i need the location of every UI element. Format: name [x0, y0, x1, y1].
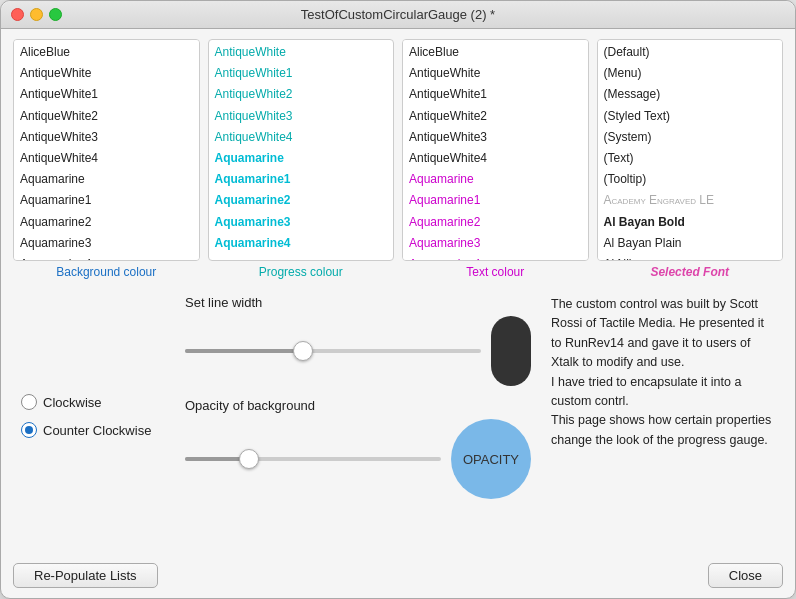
- list-item[interactable]: (Tooltip): [598, 169, 783, 190]
- list-item[interactable]: AntiqueWhite1: [403, 84, 588, 105]
- maximize-button[interactable]: [49, 8, 62, 21]
- minimize-button[interactable]: [30, 8, 43, 21]
- list-item[interactable]: AntiqueWhite3: [403, 127, 588, 148]
- content-area: AliceBlue AntiqueWhite AntiqueWhite1 Ant…: [1, 29, 795, 555]
- line-width-visual: [491, 316, 531, 386]
- line-width-slider-row: [185, 316, 531, 386]
- progress-color-label: Progress colour: [208, 263, 395, 279]
- list-item[interactable]: AntiqueWhite1: [209, 63, 394, 84]
- close-button-footer[interactable]: Close: [708, 563, 783, 588]
- list-item[interactable]: AliceBlue: [14, 42, 199, 63]
- titlebar: TestOfCustomCircularGauge (2) *: [1, 1, 795, 29]
- main-window: TestOfCustomCircularGauge (2) * AliceBlu…: [0, 0, 796, 599]
- background-list-container: AliceBlue AntiqueWhite AntiqueWhite1 Ant…: [13, 39, 200, 279]
- list-item[interactable]: Aquamarine3: [209, 212, 394, 233]
- list-item[interactable]: AntiqueWhite3: [209, 106, 394, 127]
- info-text: The custom control was built by Scott Ro…: [543, 287, 783, 545]
- progress-color-list[interactable]: AntiqueWhite AntiqueWhite1 AntiqueWhite2…: [208, 39, 395, 261]
- list-item[interactable]: (Text): [598, 148, 783, 169]
- list-item[interactable]: Al Bayan Bold: [598, 212, 783, 233]
- list-item[interactable]: AntiqueWhite2: [403, 106, 588, 127]
- font-list-container: (Default) (Menu) (Message) (Styled Text)…: [597, 39, 784, 279]
- bottom-row: Clockwise Counter Clockwise Set line wid…: [13, 287, 783, 545]
- counter-clockwise-label: Counter Clockwise: [43, 423, 151, 438]
- list-item[interactable]: (Default): [598, 42, 783, 63]
- list-item[interactable]: AntiqueWhite1: [14, 84, 199, 105]
- list-item[interactable]: (Menu): [598, 63, 783, 84]
- clockwise-label: Clockwise: [43, 395, 102, 410]
- opacity-label: Opacity of background: [185, 398, 531, 413]
- counter-clockwise-radio[interactable]: Counter Clockwise: [21, 422, 173, 438]
- clockwise-radio-circle[interactable]: [21, 394, 37, 410]
- window-title: TestOfCustomCircularGauge (2) *: [301, 7, 495, 22]
- text-color-label: Text colour: [402, 263, 589, 279]
- list-item[interactable]: AliceBlue: [403, 42, 588, 63]
- list-item[interactable]: AntiqueWhite4: [209, 127, 394, 148]
- list-item[interactable]: (System): [598, 127, 783, 148]
- opacity-section: Opacity of background OPACITY: [185, 398, 531, 499]
- list-item[interactable]: Aquamarine: [14, 169, 199, 190]
- opacity-visual: OPACITY: [451, 419, 531, 499]
- list-item[interactable]: Aquamarine: [209, 148, 394, 169]
- opacity-slider[interactable]: [185, 457, 441, 461]
- list-item[interactable]: AntiqueWhite2: [209, 84, 394, 105]
- list-item[interactable]: Aquamarine4: [209, 233, 394, 254]
- progress-list-container: AntiqueWhite AntiqueWhite1 AntiqueWhite2…: [208, 39, 395, 279]
- font-label: Selected Font: [597, 263, 784, 279]
- list-item[interactable]: AntiqueWhite4: [14, 148, 199, 169]
- list-item[interactable]: AntiqueWhite4: [403, 148, 588, 169]
- list-item[interactable]: Aquamarine2: [14, 212, 199, 233]
- list-item[interactable]: Aquamarine1: [403, 190, 588, 211]
- close-button[interactable]: [11, 8, 24, 21]
- list-item[interactable]: Aquamarine2: [209, 190, 394, 211]
- list-item[interactable]: AntiqueWhite2: [14, 106, 199, 127]
- opacity-text: OPACITY: [463, 452, 519, 467]
- list-item[interactable]: Aquamarine1: [209, 169, 394, 190]
- list-item[interactable]: Aquamarine3: [14, 233, 199, 254]
- line-width-slider[interactable]: [185, 349, 481, 353]
- list-item[interactable]: AntiqueWhite: [14, 63, 199, 84]
- list-item[interactable]: (Styled Text): [598, 106, 783, 127]
- background-color-list[interactable]: AliceBlue AntiqueWhite AntiqueWhite1 Ant…: [13, 39, 200, 261]
- list-item[interactable]: Aquamarine3: [403, 233, 588, 254]
- list-item[interactable]: Aquamarine4: [403, 254, 588, 261]
- line-width-label: Set line width: [185, 295, 531, 310]
- text-list-container: AliceBlue AntiqueWhite AntiqueWhite1 Ant…: [402, 39, 589, 279]
- text-color-list[interactable]: AliceBlue AntiqueWhite AntiqueWhite1 Ant…: [402, 39, 589, 261]
- slider-controls: Set line width Opacity of background: [185, 287, 531, 545]
- list-item[interactable]: Aquamarine4: [14, 254, 199, 261]
- clockwise-radio[interactable]: Clockwise: [21, 394, 173, 410]
- list-item[interactable]: AntiqueWhite: [209, 42, 394, 63]
- counter-clockwise-radio-circle[interactable]: [21, 422, 37, 438]
- list-item[interactable]: Al Nile: [598, 254, 783, 261]
- list-item[interactable]: Aquamarine1: [14, 190, 199, 211]
- list-item[interactable]: Aquamarine2: [403, 212, 588, 233]
- lists-row: AliceBlue AntiqueWhite AntiqueWhite1 Ant…: [13, 39, 783, 279]
- list-item[interactable]: (Message): [598, 84, 783, 105]
- radio-dot: [25, 426, 33, 434]
- list-item[interactable]: AntiqueWhite3: [14, 127, 199, 148]
- opacity-slider-row: OPACITY: [185, 419, 531, 499]
- line-width-section: Set line width: [185, 295, 531, 386]
- list-item[interactable]: Al Bayan Plain: [598, 233, 783, 254]
- list-item[interactable]: Academy Engraved LE: [598, 190, 783, 211]
- font-list[interactable]: (Default) (Menu) (Message) (Styled Text)…: [597, 39, 784, 261]
- list-item[interactable]: Aquamarine: [403, 169, 588, 190]
- info-paragraph: The custom control was built by Scott Ro…: [551, 297, 771, 447]
- repopulate-button[interactable]: Re-Populate Lists: [13, 563, 158, 588]
- direction-controls: Clockwise Counter Clockwise: [13, 287, 173, 545]
- footer: Re-Populate Lists Close: [1, 555, 795, 598]
- list-item[interactable]: AntiqueWhite: [403, 63, 588, 84]
- traffic-lights: [11, 8, 62, 21]
- background-color-label: Background colour: [13, 263, 200, 279]
